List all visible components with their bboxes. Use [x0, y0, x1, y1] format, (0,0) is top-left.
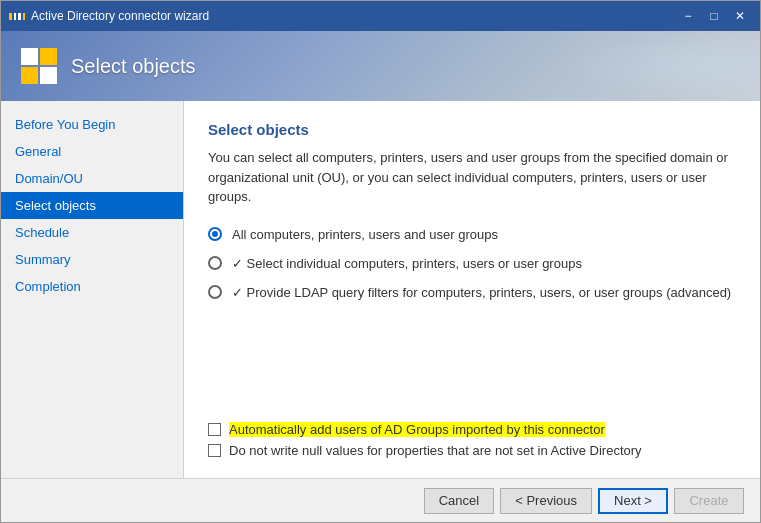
checkbox-auto-add[interactable] [208, 423, 221, 436]
radio-all-indicator [208, 227, 222, 241]
description-text: You can select all computers, printers, … [208, 150, 728, 204]
wizard-window: Active Directory connector wizard − □ ✕ … [0, 0, 761, 523]
sidebar-item-domain-ou[interactable]: Domain/OU [1, 165, 183, 192]
content-area: Before You Begin General Domain/OU Selec… [1, 101, 760, 478]
sidebar-item-before-you-begin[interactable]: Before You Begin [1, 111, 183, 138]
app-icon [9, 8, 25, 24]
highlight-text: Automatically add users of AD Groups imp… [229, 422, 605, 437]
radio-individual-label: ✓ Select individual computers, printers,… [232, 256, 582, 271]
window-title: Active Directory connector wizard [31, 9, 676, 23]
radio-ldap-indicator [208, 285, 222, 299]
main-content: Select objects You can select all comput… [184, 101, 760, 412]
radio-item-individual[interactable]: ✓ Select individual computers, printers,… [208, 256, 736, 271]
sidebar-item-schedule[interactable]: Schedule [1, 219, 183, 246]
checkbox-no-null[interactable] [208, 444, 221, 457]
sidebar-item-select-objects[interactable]: Select objects [1, 192, 183, 219]
header-icon [21, 48, 57, 84]
checkbox-auto-add-label: Automatically add users of AD Groups imp… [229, 422, 605, 437]
close-button[interactable]: ✕ [728, 6, 752, 26]
next-button[interactable]: Next > [598, 488, 668, 514]
title-bar: Active Directory connector wizard − □ ✕ [1, 1, 760, 31]
checkbox-row-no-null[interactable]: Do not write null values for properties … [208, 443, 736, 458]
radio-all-label: All computers, printers, users and user … [232, 227, 498, 242]
sidebar-item-summary[interactable]: Summary [1, 246, 183, 273]
window-controls: − □ ✕ [676, 6, 752, 26]
description: You can select all computers, printers, … [208, 148, 736, 207]
checkbox-row-auto-add[interactable]: Automatically add users of AD Groups imp… [208, 422, 736, 437]
radio-group: All computers, printers, users and user … [208, 227, 736, 300]
header-title: Select objects [71, 55, 196, 78]
previous-button[interactable]: < Previous [500, 488, 592, 514]
radio-item-all[interactable]: All computers, printers, users and user … [208, 227, 736, 242]
checkbox-no-null-label: Do not write null values for properties … [229, 443, 642, 458]
main-panel: Select objects You can select all comput… [184, 101, 760, 478]
section-title: Select objects [208, 121, 736, 138]
create-button[interactable]: Create [674, 488, 744, 514]
maximize-button[interactable]: □ [702, 6, 726, 26]
footer: Cancel < Previous Next > Create [1, 478, 760, 522]
sidebar: Before You Begin General Domain/OU Selec… [1, 101, 184, 478]
radio-ldap-label: ✓ Provide LDAP query filters for compute… [232, 285, 731, 300]
minimize-button[interactable]: − [676, 6, 700, 26]
radio-item-ldap[interactable]: ✓ Provide LDAP query filters for compute… [208, 285, 736, 300]
cancel-button[interactable]: Cancel [424, 488, 494, 514]
sidebar-item-general[interactable]: General [1, 138, 183, 165]
header-banner: Select objects [1, 31, 760, 101]
sidebar-item-completion[interactable]: Completion [1, 273, 183, 300]
bottom-section: Automatically add users of AD Groups imp… [184, 412, 760, 478]
radio-individual-indicator [208, 256, 222, 270]
